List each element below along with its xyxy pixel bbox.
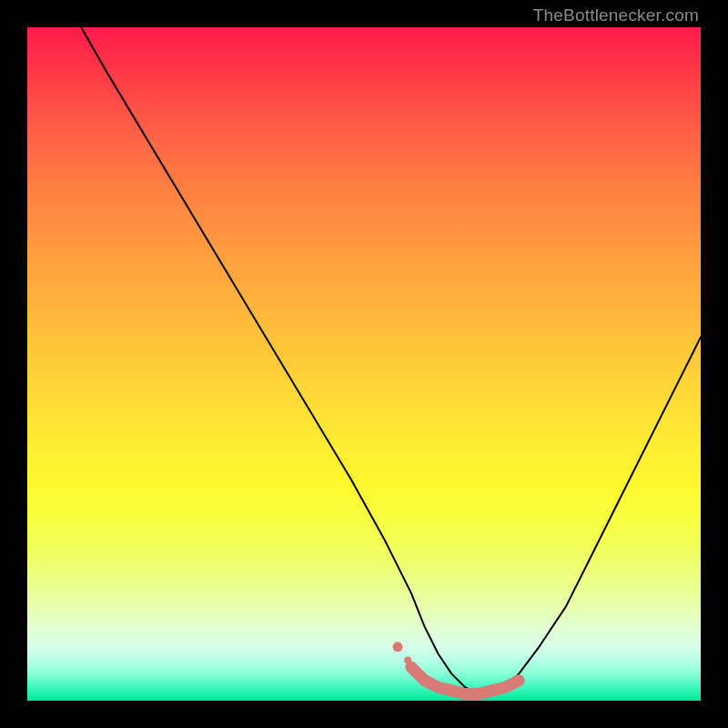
highlight-band [393, 642, 520, 693]
svg-point-1 [404, 657, 411, 664]
attribution-text: TheBottlenecker.com [533, 5, 699, 25]
svg-point-0 [393, 642, 403, 652]
chart-svg [27, 27, 701, 701]
chart-frame: TheBottlenecker.com [0, 0, 728, 728]
bottleneck-curve [81, 27, 701, 694]
